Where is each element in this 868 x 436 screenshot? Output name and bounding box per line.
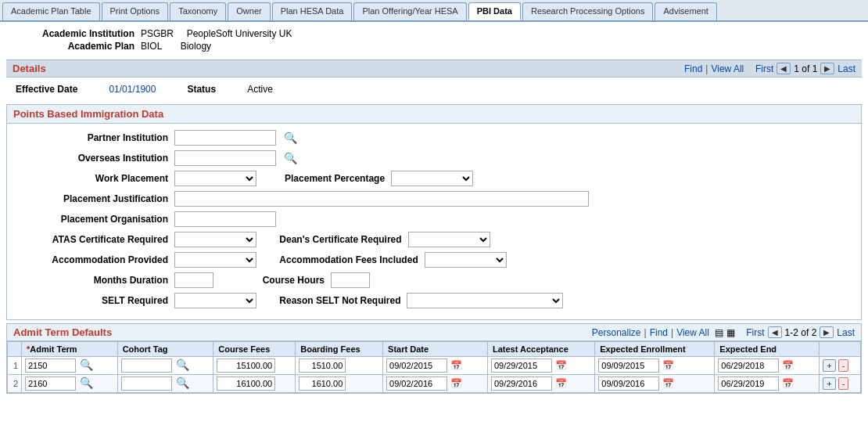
start-date-cal[interactable]: 📅 <box>450 360 463 371</box>
months-row: Months Duration Course Hours <box>20 272 848 288</box>
first-link[interactable]: First <box>755 63 773 74</box>
expected-enrollment-input[interactable] <box>598 359 659 373</box>
pbi-form: Partner Institution 🔍 Overseas Instituti… <box>7 124 861 319</box>
admit-header: Admit Term Defaults Personalize | Find |… <box>7 324 861 341</box>
admit-page-of: 1-2 of 2 <box>785 327 817 338</box>
admit-term-input[interactable] <box>25 359 76 373</box>
placement-just-label: Placement Justification <box>20 193 168 204</box>
tab-bar: Academic Plan TablePrint OptionsTaxonomy… <box>0 0 868 22</box>
atas-label: ATAS Certificate Required <box>20 234 168 245</box>
expected-enrollment-cal[interactable]: 📅 <box>662 378 675 389</box>
details-title: Details <box>13 63 46 74</box>
expected-end-cal[interactable]: 📅 <box>781 360 794 371</box>
latest-acceptance-cal[interactable]: 📅 <box>554 360 568 371</box>
col-boarding-fees: Boarding Fees <box>296 342 383 357</box>
admit-title: Admit Term Defaults <box>13 326 112 338</box>
table-row: 1 🔍 🔍 📅 📅 <box>8 357 861 375</box>
latest-acceptance-cal[interactable]: 📅 <box>554 378 568 389</box>
admit-term-search[interactable]: 🔍 <box>78 377 95 389</box>
del-row-btn[interactable]: - <box>838 359 849 372</box>
work-placement-select[interactable]: YesNo <box>174 171 256 186</box>
placement-just-row: Placement Justification <box>20 191 848 207</box>
latest-acceptance-input[interactable] <box>491 359 552 373</box>
accommodation-row: Accommodation Provided YesNo Accommodati… <box>20 252 848 268</box>
boarding-fees-input[interactable] <box>299 377 346 391</box>
tab-plan-hesa-data[interactable]: Plan HESA Data <box>272 2 353 20</box>
tab-print-options[interactable]: Print Options <box>102 2 169 20</box>
add-row-btn[interactable]: + <box>823 377 835 390</box>
months-input[interactable] <box>174 272 213 288</box>
start-date-cal[interactable]: 📅 <box>450 378 463 389</box>
start-date-input[interactable] <box>386 377 447 391</box>
col-expected-enrollment: Expected Enrollment <box>595 342 715 357</box>
tab-owner[interactable]: Owner <box>228 2 270 20</box>
find-link[interactable]: Find <box>684 63 702 74</box>
institution-code: PSGBR PeopleSoft University UK <box>141 28 299 39</box>
admit-last-link[interactable]: Last <box>837 327 855 338</box>
placement-org-input[interactable] <box>174 211 276 227</box>
selt-select[interactable]: YesNo <box>174 293 256 308</box>
partner-search-btn[interactable]: 🔍 <box>282 132 299 144</box>
admit-term-input[interactable] <box>25 377 76 391</box>
overseas-input[interactable] <box>174 150 276 166</box>
col-start-date: Start Date <box>383 342 488 357</box>
atas-select[interactable]: YesNoN/A <box>174 232 256 247</box>
eff-date-value[interactable]: 01/01/1900 <box>109 84 156 95</box>
admit-viewall-link[interactable]: View All <box>676 327 709 338</box>
reason-selt-label: Reason SELT Not Required <box>279 295 400 306</box>
accommodation-fees-select[interactable]: YesNo <box>425 252 507 268</box>
accommodation-provided-select[interactable]: YesNo <box>174 252 256 268</box>
partner-input[interactable] <box>174 130 276 146</box>
pbi-title: Points Based Immigration Data <box>7 105 861 124</box>
placement-just-input[interactable] <box>174 191 589 207</box>
expected-end-input[interactable] <box>718 377 779 391</box>
admit-find-link[interactable]: Find <box>650 327 668 338</box>
course-fees-input[interactable] <box>217 377 275 391</box>
expected-enrollment-input[interactable] <box>598 377 659 391</box>
col-cohort-tag: Cohort Tag <box>117 342 213 357</box>
deans-label: Dean's Certificate Required <box>279 234 401 245</box>
tab-academic-plan-table[interactable]: Academic Plan Table <box>2 2 100 20</box>
details-bar: Details Find | View All First ◀ 1 of 1 ▶… <box>6 59 862 77</box>
cohort-tag-search[interactable]: 🔍 <box>174 377 191 389</box>
admit-term-search[interactable]: 🔍 <box>78 359 95 371</box>
header-info: Academic Institution PSGBR PeopleSoft Un… <box>0 22 868 56</box>
tab-advisement[interactable]: Advisement <box>655 2 716 20</box>
plan-label: Academic Plan <box>16 41 141 52</box>
cohort-tag-search[interactable]: 🔍 <box>174 359 191 371</box>
prev-btn[interactable]: ◀ <box>777 63 791 74</box>
partner-row: Partner Institution 🔍 <box>20 130 848 146</box>
tab-taxonomy[interactable]: Taxonomy <box>170 2 226 20</box>
col-actions <box>820 342 861 357</box>
last-link[interactable]: Last <box>838 63 855 74</box>
tab-research-processing-options[interactable]: Research Processing Options <box>522 2 654 20</box>
start-date-input[interactable] <box>386 359 447 373</box>
admit-first-link[interactable]: First <box>746 327 764 338</box>
cohort-tag-input[interactable] <box>121 359 172 373</box>
details-nav: Find | View All First ◀ 1 of 1 ▶ Last <box>684 63 855 74</box>
deans-select[interactable]: YesNoN/A <box>408 232 490 247</box>
personalize-link[interactable]: Personalize <box>592 327 641 338</box>
row-num: 2 <box>8 375 22 393</box>
placement-pct-select[interactable]: 0%10%20% <box>391 171 473 186</box>
overseas-search-btn[interactable]: 🔍 <box>282 152 299 164</box>
latest-acceptance-input[interactable] <box>491 377 552 391</box>
reason-selt-select[interactable]: Option 1Option 2 <box>407 293 563 308</box>
expected-enrollment-cal[interactable]: 📅 <box>662 360 675 371</box>
boarding-fees-input[interactable] <box>299 359 346 373</box>
page-of: 1 of 1 <box>794 63 817 74</box>
admit-prev-btn[interactable]: ◀ <box>768 326 782 338</box>
expected-end-input[interactable] <box>718 359 779 373</box>
next-btn[interactable]: ▶ <box>820 63 834 74</box>
tab-pbi-data[interactable]: PBI Data <box>468 2 521 20</box>
viewall-link[interactable]: View All <box>711 63 744 74</box>
tab-plan-offering/year-hesa[interactable]: Plan Offering/Year HESA <box>353 2 466 20</box>
course-hours-input[interactable] <box>331 272 370 288</box>
expected-end-cal[interactable]: 📅 <box>781 378 794 389</box>
cohort-tag-input[interactable] <box>121 377 172 391</box>
add-row-btn[interactable]: + <box>823 359 835 372</box>
placement-org-row: Placement Organisation <box>20 211 848 227</box>
admit-next-btn[interactable]: ▶ <box>820 326 834 338</box>
course-fees-input[interactable] <box>217 359 275 373</box>
del-row-btn[interactable]: - <box>838 377 849 390</box>
